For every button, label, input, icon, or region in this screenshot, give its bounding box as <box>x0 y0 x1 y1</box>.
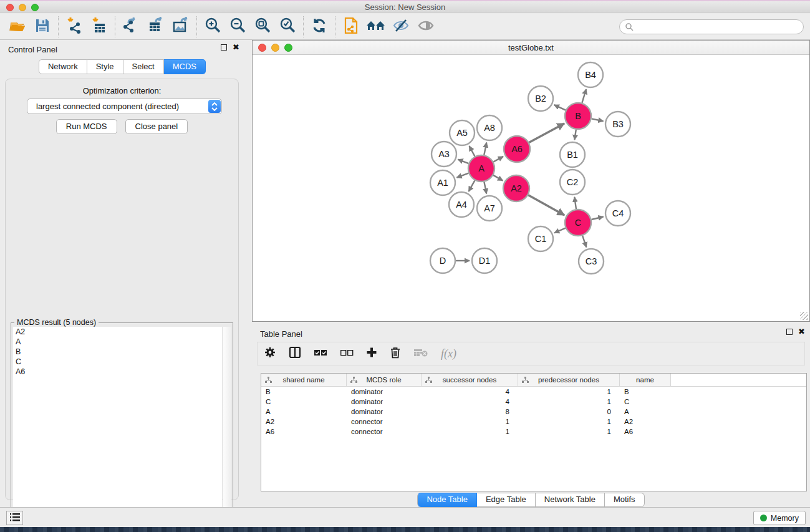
column-header-predecessor-nodes[interactable]: predecessor nodes <box>518 374 620 386</box>
table-cell[interactable]: A <box>620 408 671 415</box>
table-cell[interactable]: 4 <box>422 398 518 405</box>
graph-edge-A-A1[interactable] <box>457 173 469 178</box>
table-cell[interactable]: A <box>261 408 347 415</box>
graph-edge-C-C3[interactable] <box>582 236 586 248</box>
table-cell[interactable]: connector <box>347 418 422 425</box>
graph-node-A8[interactable]: A8 <box>477 115 502 140</box>
table-cell[interactable]: B <box>620 388 671 395</box>
graph-node-C3[interactable]: C3 <box>579 249 604 274</box>
session-document-button[interactable] <box>339 16 364 38</box>
node-table[interactable]: shared nameMCDS rolesuccessor nodesprede… <box>261 373 807 491</box>
graph-node-A2[interactable]: A2 <box>503 175 529 201</box>
memory-button[interactable]: Memory <box>753 511 806 525</box>
table-cell[interactable]: A2 <box>261 418 347 425</box>
graph-edge-C-C1[interactable] <box>554 228 566 233</box>
hide-selected-button[interactable] <box>388 16 413 38</box>
mcds-result-item[interactable]: A6 <box>13 367 222 377</box>
table-cell[interactable]: 1 <box>518 388 620 395</box>
zoom-in-button[interactable] <box>200 16 225 38</box>
graph-node-A4[interactable]: A4 <box>449 192 474 217</box>
show-columns-button[interactable] <box>289 346 301 361</box>
mcds-result-list[interactable]: A2ABCA6 <box>13 327 222 532</box>
tab-motifs[interactable]: Motifs <box>605 493 645 507</box>
column-header-successor-nodes[interactable]: successor nodes <box>422 374 518 386</box>
table-cell[interactable]: A6 <box>620 428 671 435</box>
table-cell[interactable]: connector <box>347 428 422 435</box>
open-file-button[interactable] <box>5 16 30 38</box>
select-all-button[interactable] <box>314 348 327 359</box>
save-session-button[interactable] <box>30 16 55 38</box>
import-network-button[interactable] <box>62 16 87 38</box>
graph-node-C2[interactable]: C2 <box>560 170 585 195</box>
graph-node-A3[interactable]: A3 <box>432 142 456 167</box>
delete-column-button[interactable] <box>390 346 401 361</box>
table-cell[interactable]: 4 <box>422 388 518 395</box>
show-all-button[interactable] <box>413 16 438 38</box>
mcds-list-scrollbar[interactable] <box>223 327 231 532</box>
mcds-result-item[interactable]: A2 <box>13 327 222 337</box>
graph-node-A[interactable]: A <box>468 155 494 181</box>
graph-node-B3[interactable]: B3 <box>605 112 630 137</box>
graph-node-D[interactable]: D <box>430 248 455 273</box>
add-column-button[interactable] <box>366 347 377 360</box>
home-network-button[interactable] <box>364 16 388 38</box>
graph-node-B[interactable]: B <box>565 103 591 129</box>
table-row[interactable]: Bdominator41B <box>261 387 806 397</box>
tab-style[interactable]: Style <box>87 59 123 74</box>
mcds-result-item[interactable]: C <box>13 357 222 367</box>
tab-network-table[interactable]: Network Table <box>536 493 605 507</box>
table-cell[interactable]: 0 <box>518 408 620 415</box>
graph-node-D1[interactable]: D1 <box>472 248 497 273</box>
graph-edge-A-A6[interactable] <box>493 157 503 162</box>
table-cell[interactable]: 1 <box>422 418 518 425</box>
close-table-panel-icon[interactable]: ✖ <box>798 329 805 335</box>
graph-node-C1[interactable]: C1 <box>528 226 553 251</box>
table-cell[interactable]: dominator <box>347 408 422 415</box>
tab-node-table[interactable]: Node Table <box>417 493 477 507</box>
criterion-select[interactable]: largest connected component (directed) <box>27 99 222 114</box>
graph-node-A5[interactable]: A5 <box>450 120 475 145</box>
graph-edge-A2-C[interactable] <box>528 195 564 215</box>
graph-edge-A6-B[interactable] <box>529 123 564 143</box>
table-cell[interactable]: A2 <box>620 418 671 425</box>
run-mcds-button[interactable]: Run MCDS <box>56 119 117 134</box>
import-table-button[interactable] <box>87 16 112 38</box>
column-header-shared-name[interactable]: shared name <box>261 374 347 386</box>
table-cell[interactable]: C <box>620 398 671 405</box>
table-row[interactable]: Cdominator41C <box>261 397 806 407</box>
graph-node-B1[interactable]: B1 <box>560 142 585 167</box>
graph-node-A1[interactable]: A1 <box>430 170 455 195</box>
table-row[interactable]: A6connector11A6 <box>261 427 806 437</box>
mcds-result-item[interactable]: A <box>13 337 222 347</box>
delete-table-button[interactable] <box>413 347 428 360</box>
zoom-selected-button[interactable] <box>275 16 300 38</box>
function-builder-button[interactable]: f(x) <box>441 347 456 360</box>
float-table-panel-icon[interactable] <box>786 329 793 335</box>
table-cell[interactable]: dominator <box>347 398 422 405</box>
export-network-button[interactable] <box>118 16 143 38</box>
column-header-name[interactable]: name <box>620 374 671 386</box>
graph-edge-B-B1[interactable] <box>574 130 576 140</box>
graph-node-C4[interactable]: C4 <box>605 201 630 226</box>
column-header-MCDS-role[interactable]: MCDS role <box>347 374 422 386</box>
table-cell[interactable]: 1 <box>518 398 620 405</box>
close-panel-button[interactable]: Close panel <box>125 119 188 134</box>
table-settings-button[interactable] <box>264 346 276 361</box>
table-row[interactable]: A2connector11A2 <box>261 417 806 427</box>
table-cell[interactable]: dominator <box>347 388 422 395</box>
search-input[interactable] <box>619 19 804 34</box>
refresh-button[interactable] <box>307 16 332 38</box>
tab-select[interactable]: Select <box>123 59 164 74</box>
task-history-button[interactable] <box>6 511 23 525</box>
graph-edge-A-A7[interactable] <box>484 182 486 194</box>
table-cell[interactable]: 1 <box>422 428 518 435</box>
tab-edge-table[interactable]: Edge Table <box>477 493 536 507</box>
float-panel-icon[interactable] <box>221 44 227 51</box>
graph-edge-C-C2[interactable] <box>574 197 576 209</box>
graph-edge-B-B2[interactable] <box>554 105 566 110</box>
close-panel-icon[interactable]: ✖ <box>233 44 239 51</box>
deselect-all-button[interactable] <box>340 348 354 359</box>
graph-node-A6[interactable]: A6 <box>504 136 530 162</box>
graph-edge-C-C4[interactable] <box>591 217 603 220</box>
graph-node-A7[interactable]: A7 <box>477 196 502 221</box>
